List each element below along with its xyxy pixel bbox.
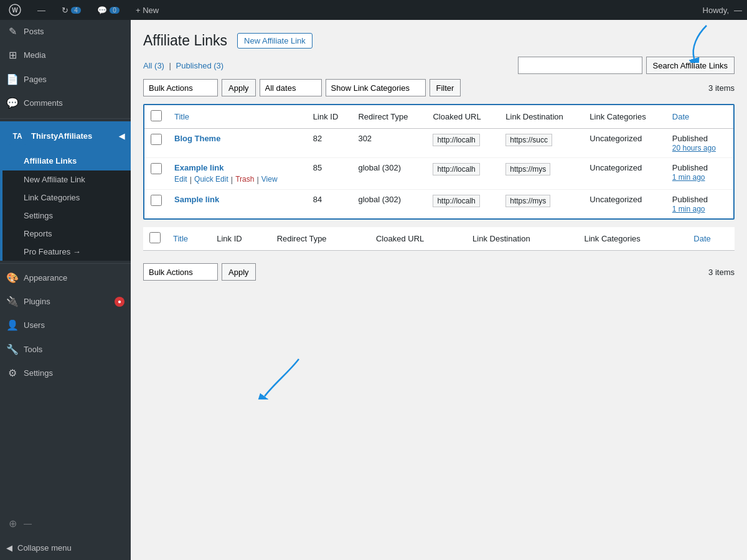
search-affiliate-links-button[interactable]: Search Affiliate Links xyxy=(646,57,735,74)
comments-icon: 💬 xyxy=(97,6,107,15)
sidebar-item-new-affiliate-link[interactable]: New Affiliate Link xyxy=(2,170,131,189)
site-name: — xyxy=(37,6,45,15)
row-checkbox-0[interactable] xyxy=(151,134,162,145)
row-checkbox-cell xyxy=(144,158,168,190)
row-checkbox-1[interactable] xyxy=(151,163,162,174)
row-title-link-2[interactable]: Sample link xyxy=(174,195,219,204)
media-icon: ⊞ xyxy=(6,49,19,62)
row-cloaked-url-2: http://localh xyxy=(426,190,499,219)
link-categories-select[interactable]: Show Link Categories xyxy=(326,79,426,96)
bulk-actions-select[interactable]: Bulk Actions xyxy=(143,79,218,96)
comments-item[interactable]: 💬 0 xyxy=(93,0,123,20)
row-actions-arrow-annotation xyxy=(255,356,305,401)
bottom-bulk-actions-select[interactable]: Bulk Actions xyxy=(143,263,218,281)
media-label: Media xyxy=(24,50,125,61)
filter-published-link[interactable]: Published (3) xyxy=(176,61,224,70)
select-all-checkbox[interactable] xyxy=(151,110,162,121)
comments-nav-label: Comments xyxy=(24,98,125,109)
row-title-link-0[interactable]: Blog Theme xyxy=(174,134,220,143)
collapse-menu-item[interactable]: ◀ Collapse menu xyxy=(0,536,131,560)
row-quick-edit-1[interactable]: Quick Edit xyxy=(194,175,228,184)
row-view-1[interactable]: View xyxy=(261,175,278,184)
sidebar-item-posts[interactable]: ✎ Posts xyxy=(0,20,131,44)
sidebar-item-plugins[interactable]: 🔌 Plugins ● xyxy=(0,290,131,314)
sidebar-item-pro-features[interactable]: Pro Features → xyxy=(2,243,131,261)
search-input[interactable] xyxy=(518,57,642,74)
sidebar-item-settings[interactable]: ⚙ Settings xyxy=(0,362,131,385)
link-cats-label: Link Categories xyxy=(590,112,646,121)
header-redirect-type: Redirect Type xyxy=(352,105,426,129)
row-date-0: Published 20 hours ago xyxy=(666,129,733,158)
row-edit-1[interactable]: Edit xyxy=(174,175,187,184)
row-cloaked-url-0: http://localh xyxy=(426,129,499,158)
sidebar-item-settings[interactable]: Settings xyxy=(2,207,131,225)
posts-label: Posts xyxy=(24,26,125,37)
date-sort-link[interactable]: Date xyxy=(672,112,689,121)
appearance-icon: 🎨 xyxy=(6,271,19,285)
row-link-id-1: 85 xyxy=(307,158,352,190)
filter-links: All (3) | Published (3) xyxy=(143,61,223,70)
posts-icon: ✎ xyxy=(6,25,19,39)
sidebar-item-tools[interactable]: 🔧 Tools xyxy=(0,338,131,362)
bottom-apply-button[interactable]: Apply xyxy=(222,263,256,281)
affiliate-links-table-wrapper: Title Link ID Redirect Type Cloaked URL xyxy=(143,104,735,220)
header-checkbox-cell xyxy=(144,105,168,129)
sidebar-item-appearance[interactable]: 🎨 Appearance xyxy=(0,266,131,290)
all-dates-select[interactable]: All dates xyxy=(260,79,322,96)
row-time-ago-1[interactable]: 1 min ago xyxy=(672,173,705,182)
users-label: Users xyxy=(24,320,125,331)
filter-all-link[interactable]: All (3) xyxy=(143,61,164,70)
row-checkbox-2[interactable] xyxy=(151,195,162,206)
updates-badge: 4 xyxy=(71,7,81,14)
sidebar-item-pages[interactable]: 📄 Pages xyxy=(0,68,131,91)
row-trash-1[interactable]: Trash xyxy=(235,175,254,184)
row-cloaked-url-box-1: http://localh xyxy=(433,163,479,175)
bottom-link-id-label: Link ID xyxy=(217,234,242,243)
new-content-item[interactable]: + New xyxy=(132,0,162,20)
row-title-cell-2: Sample link xyxy=(168,190,307,219)
bottom-date-sort[interactable]: Date xyxy=(693,234,710,243)
apply-button-top[interactable]: Apply xyxy=(222,79,256,96)
row-cloaked-url-box-0: http://localh xyxy=(433,134,479,146)
sidebar-item-media[interactable]: ⊞ Media xyxy=(0,44,131,67)
bottom-header-date: Date xyxy=(687,227,735,251)
bottom-redirect-label: Redirect Type xyxy=(277,234,327,243)
row-link-id-0: 82 xyxy=(307,129,352,158)
sidebar-item-users[interactable]: 👤 Users xyxy=(0,314,131,337)
new-label: + New xyxy=(136,6,159,15)
plugins-icon: 🔌 xyxy=(6,295,19,309)
bottom-cats-label: Link Categories xyxy=(584,234,640,243)
title-sort-link[interactable]: Title xyxy=(174,112,189,121)
page-header: Affiliate Links New Affiliate Link xyxy=(143,32,735,49)
ta-name: ThirstyAffiliates xyxy=(31,131,92,141)
bottom-select-all-checkbox[interactable] xyxy=(149,232,161,243)
collapse-icon: ◀ xyxy=(6,543,12,553)
row-redirect-type-0: 302 xyxy=(352,129,426,158)
row-time-ago-2[interactable]: 1 min ago xyxy=(672,205,705,213)
ta-header[interactable]: TA ThirstyAffiliates ◀ xyxy=(2,121,131,151)
link-dest-label: Link Destination xyxy=(505,112,563,121)
row-link-cats-1: Uncategorized xyxy=(583,158,665,190)
bottom-title-sort[interactable]: Title xyxy=(173,234,188,243)
sidebar-item-reports[interactable]: Reports xyxy=(2,225,131,243)
tools-label: Tools xyxy=(24,344,125,355)
wp-logo-item[interactable]: W xyxy=(5,0,25,20)
filter-button[interactable]: Filter xyxy=(430,79,461,96)
affiliate-links-table: Title Link ID Redirect Type Cloaked URL xyxy=(144,105,733,218)
bottom-affiliate-table: Title Link ID Redirect Type Cloaked URL xyxy=(143,227,735,251)
header-title: Title xyxy=(168,105,307,129)
sidebar-item-comments[interactable]: 💬 Comments xyxy=(0,91,131,115)
sidebar-item-link-categories[interactable]: Link Categories xyxy=(2,189,131,207)
pages-icon: 📄 xyxy=(6,73,19,86)
page-title: Affiliate Links xyxy=(143,32,227,49)
row-title-link-1[interactable]: Example link xyxy=(174,163,223,172)
search-area: Search Affiliate Links xyxy=(518,57,735,74)
new-affiliate-link-button[interactable]: New Affiliate Link xyxy=(237,33,312,49)
sidebar-item-affiliate-links[interactable]: Affiliate Links xyxy=(2,151,131,170)
row-time-ago-0[interactable]: 20 hours ago xyxy=(672,144,716,152)
updates-item[interactable]: ↻ 4 xyxy=(58,0,85,20)
wp-engine-icon: ⊕ xyxy=(6,517,19,531)
header-link-id: Link ID xyxy=(307,105,352,129)
site-name-item[interactable]: — xyxy=(34,0,49,20)
header-date: Date xyxy=(666,105,733,129)
